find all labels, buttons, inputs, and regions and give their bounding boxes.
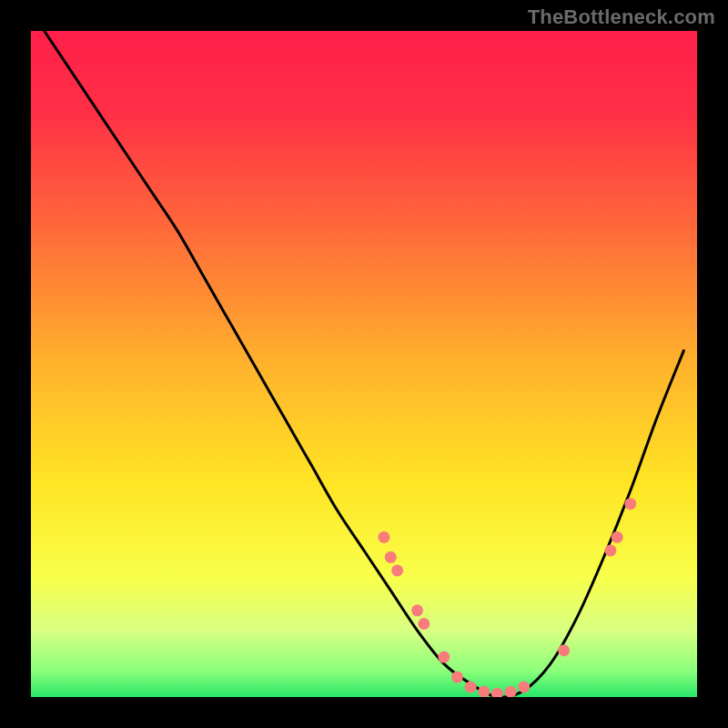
data-marker bbox=[491, 688, 503, 697]
data-marker bbox=[612, 531, 623, 543]
data-marker bbox=[624, 498, 636, 510]
data-marker bbox=[465, 682, 477, 693]
data-marker bbox=[418, 618, 430, 630]
data-marker bbox=[505, 686, 517, 697]
watermark-text: TheBottleneck.com bbox=[528, 5, 715, 29]
data-marker bbox=[518, 682, 530, 693]
data-marker bbox=[411, 604, 423, 616]
curve-markers bbox=[378, 498, 636, 697]
data-marker bbox=[438, 652, 450, 663]
chart-frame: TheBottleneck.com bbox=[0, 0, 728, 728]
bottleneck-curve bbox=[45, 31, 684, 697]
data-marker bbox=[558, 644, 570, 656]
data-marker bbox=[385, 551, 397, 563]
data-marker bbox=[391, 564, 403, 576]
data-marker bbox=[451, 672, 463, 683]
data-marker bbox=[378, 531, 389, 543]
curve-layer bbox=[31, 31, 697, 697]
data-marker bbox=[478, 686, 490, 697]
data-marker bbox=[604, 544, 616, 556]
plot-area bbox=[31, 31, 697, 697]
